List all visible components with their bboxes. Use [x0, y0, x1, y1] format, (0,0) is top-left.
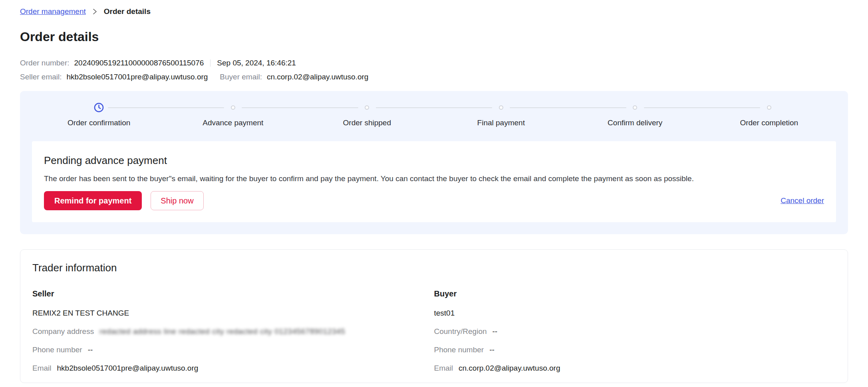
order-number-label: Order number:	[20, 59, 70, 67]
step-label: Advance payment	[203, 118, 263, 127]
vertical-divider	[210, 59, 211, 67]
breadcrumb-link-order-management[interactable]: Order management	[20, 7, 86, 16]
seller-email-row: Email hkb2bsole0517001pre@alipay.uwtuso.…	[32, 364, 434, 373]
step-order-completion: Order completion	[702, 102, 836, 127]
step-label: Order completion	[740, 118, 798, 127]
step-label: Order confirmation	[68, 118, 130, 127]
stepper-connector	[242, 107, 358, 108]
trader-information-title: Trader information	[32, 262, 836, 274]
email-value: cn.corp.02@alipay.uwtuso.org	[459, 364, 560, 373]
stepper-connector	[510, 107, 626, 108]
order-progress-stepper: Order confirmation Advance payment Order…	[32, 102, 836, 127]
pending-payment-card: Pending advance payment The order has be…	[32, 141, 836, 222]
seller-email-label: Seller email:	[20, 73, 62, 81]
step-order-confirmation: Order confirmation	[32, 102, 166, 127]
order-details-page: Order management Order details Order det…	[0, 0, 868, 383]
status-description: The order has been sent to the buyer"s e…	[44, 174, 824, 183]
seller-email-value: hkb2bsole0517001pre@alipay.uwtuso.org	[67, 73, 208, 81]
company-address-row: Company address redacted address line re…	[32, 327, 434, 336]
step-advance-payment: Advance payment	[166, 102, 300, 127]
step-order-shipped: Order shipped	[300, 102, 434, 127]
email-label: Email	[434, 364, 453, 373]
company-address-value-redacted: redacted address line redacted city reda…	[99, 327, 345, 336]
country-region-row: Country/Region --	[434, 327, 836, 336]
step-label: Order shipped	[343, 118, 391, 127]
step-dot-icon	[633, 105, 637, 110]
country-region-label: Country/Region	[434, 327, 487, 336]
status-title: Pending advance payment	[44, 154, 824, 167]
seller-column: Seller REMIX2 EN TEST CHANGE Company add…	[32, 289, 434, 373]
page-title: Order details	[20, 30, 848, 44]
remind-for-payment-button[interactable]: Remind for payment	[44, 191, 142, 210]
buyer-phone-row: Phone number --	[434, 346, 836, 354]
cancel-order-link[interactable]: Cancel order	[781, 196, 824, 205]
buyer-email-value: cn.corp.02@alipay.uwtuso.org	[267, 73, 368, 81]
country-region-value: --	[493, 327, 498, 336]
buyer-heading: Buyer	[434, 289, 836, 298]
trader-information-card: Trader information Seller REMIX2 EN TEST…	[20, 249, 848, 383]
phone-number-label: Phone number	[434, 346, 484, 354]
order-meta: Order number: 20240905192110000008765001…	[20, 59, 848, 81]
step-label: Final payment	[477, 118, 525, 127]
step-dot-icon	[767, 105, 771, 110]
chevron-right-icon	[92, 8, 97, 15]
seller-heading: Seller	[32, 289, 434, 298]
clock-icon	[93, 102, 104, 113]
order-status-panel: Order confirmation Advance payment Order…	[20, 91, 848, 234]
stepper-connector	[644, 107, 761, 108]
step-dot-icon	[365, 105, 369, 110]
email-label: Email	[32, 364, 52, 373]
buyer-email-label: Buyer email:	[220, 73, 262, 81]
step-label: Confirm delivery	[608, 118, 662, 127]
step-dot-icon	[499, 105, 503, 110]
step-dot-icon	[231, 105, 235, 110]
breadcrumb: Order management Order details	[20, 7, 848, 16]
order-number-value: 2024090519211000000876500115076	[74, 59, 204, 67]
buyer-column: Buyer test01 Country/Region -- Phone num…	[434, 289, 836, 373]
order-number-row: Order number: 20240905192110000008765001…	[20, 59, 848, 67]
company-address-label: Company address	[32, 327, 94, 336]
phone-number-label: Phone number	[32, 346, 82, 354]
seller-phone-row: Phone number --	[32, 346, 434, 354]
seller-name: REMIX2 EN TEST CHANGE	[32, 309, 434, 318]
phone-number-value: --	[489, 346, 495, 354]
ship-now-button[interactable]: Ship now	[151, 191, 203, 210]
buyer-name: test01	[434, 309, 836, 318]
step-final-payment: Final payment	[434, 102, 568, 127]
phone-number-value: --	[88, 346, 93, 354]
trader-columns: Seller REMIX2 EN TEST CHANGE Company add…	[32, 289, 836, 373]
emails-row: Seller email: hkb2bsole0517001pre@alipay…	[20, 73, 848, 81]
breadcrumb-current: Order details	[104, 7, 151, 16]
email-value: hkb2bsole0517001pre@alipay.uwtuso.org	[57, 364, 199, 373]
status-actions: Remind for payment Ship now Cancel order	[44, 191, 824, 210]
buyer-email-row: Email cn.corp.02@alipay.uwtuso.org	[434, 364, 836, 373]
step-confirm-delivery: Confirm delivery	[568, 102, 702, 127]
stepper-connector	[108, 107, 224, 108]
stepper-connector	[376, 107, 493, 108]
order-date-value: Sep 05, 2024, 16:46:21	[217, 59, 296, 67]
